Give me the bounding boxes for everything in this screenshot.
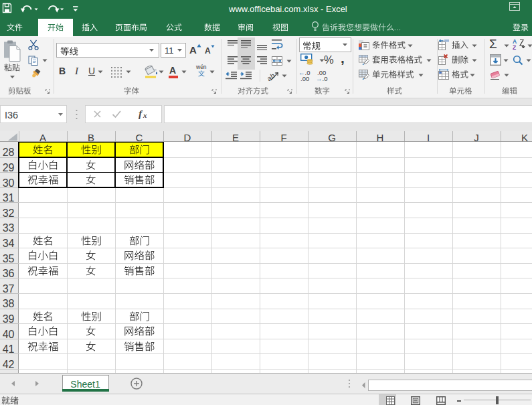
svg-text:Z: Z: [513, 44, 516, 50]
